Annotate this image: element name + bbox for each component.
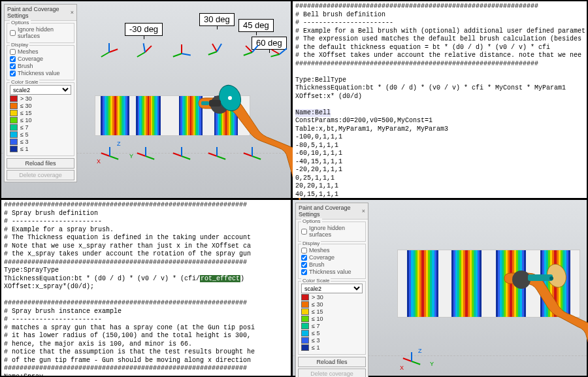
- viewport-top-left[interactable]: -30 deg 30 deg 45 deg 60 deg Y Z X: [1, 1, 291, 198]
- gizmo: [247, 146, 267, 166]
- gizmo: [105, 146, 124, 166]
- ignore-hidden-checkbox[interactable]: Ignore hidden surfaces: [301, 225, 363, 238]
- paint-stripe-2: [136, 96, 161, 135]
- paint-stripe-4: [214, 96, 238, 135]
- colorscale-select[interactable]: scale2: [10, 85, 71, 95]
- angle-label-p45: 45 deg: [238, 19, 274, 32]
- paint-stripe-3: [179, 96, 203, 135]
- axis-label-x: X: [400, 365, 404, 371]
- ignore-hidden-checkbox[interactable]: Ignore hidden surfaces: [10, 26, 71, 39]
- paint-stripe-1: [407, 250, 438, 317]
- axis-label-z: Z: [117, 140, 121, 147]
- gizmo: [104, 42, 123, 62]
- panel-header[interactable]: Paint and Coverage Settings ×: [296, 203, 368, 220]
- gizmo: [212, 42, 231, 61]
- painted-plate: [95, 95, 250, 136]
- colorscale-group: Color Scale scale2 > 30≤ 30≤ 15≤ 10≤ 7≤ …: [298, 281, 366, 355]
- axis-label-y: Y: [129, 153, 133, 159]
- colorscale-legend: > 30≤ 30≤ 15≤ 10≤ 7≤ 5≤ 3≤ 1: [301, 294, 363, 351]
- angle-label-m30: -30 deg: [125, 23, 163, 36]
- thickness-checkbox[interactable]: Thickness value: [10, 70, 71, 76]
- delete-coverage-button[interactable]: Delete coverage: [298, 369, 366, 377]
- gizmo: [176, 44, 196, 63]
- angle-label-p30: 30 deg: [199, 13, 235, 26]
- close-icon[interactable]: ×: [362, 208, 365, 214]
- bell-code[interactable]: ########################################…: [293, 1, 587, 225]
- meshes-checkbox[interactable]: Meshes: [301, 247, 363, 254]
- coverage-checkbox[interactable]: Coverage: [10, 56, 71, 62]
- world-gizmo: [406, 352, 426, 371]
- coverage-checkbox[interactable]: Coverage: [301, 254, 363, 261]
- display-group: Display Meshes Coverage Brush Thickness …: [298, 244, 366, 279]
- gizmo: [247, 42, 267, 62]
- gizmo: [140, 42, 159, 62]
- paint-settings-panel[interactable]: Paint and Coverage Settings × Options Ig…: [295, 203, 368, 377]
- paint-stripe-2: [451, 250, 482, 317]
- close-icon[interactable]: ×: [71, 9, 74, 16]
- paint-stripe-1: [101, 96, 129, 135]
- meshes-checkbox[interactable]: Meshes: [10, 48, 71, 55]
- colorscale-select[interactable]: scale2: [301, 284, 363, 293]
- gizmo: [212, 146, 231, 166]
- axis-label-z: Z: [418, 348, 422, 354]
- reload-button[interactable]: Reload files: [298, 357, 366, 367]
- spray-code[interactable]: ########################################…: [1, 200, 291, 377]
- paint-stripe-3: [496, 250, 526, 317]
- paint-stripe-4: [540, 250, 570, 317]
- thickness-checkbox[interactable]: Thickness value: [301, 269, 363, 275]
- colorscale-group: Color Scale scale2 > 30≤ 30≤ 15≤ 10≤ 7≤ …: [7, 82, 74, 156]
- gizmo: [274, 44, 294, 64]
- panel-title: Paint and Coverage Settings: [7, 6, 71, 19]
- gizmo: [176, 146, 196, 166]
- gizmo: [140, 146, 160, 166]
- brush-checkbox[interactable]: Brush: [10, 63, 71, 69]
- axis-label-y: Y: [430, 361, 434, 367]
- spray-definition-editor[interactable]: ########################################…: [1, 200, 291, 376]
- viewport-bottom-right[interactable]: Y Z X Paint and Coverage Settings × Opti…: [293, 200, 587, 376]
- bell-definition-editor[interactable]: ########################################…: [293, 1, 587, 198]
- colorscale-legend: > 30≤ 30≤ 15≤ 10≤ 7≤ 5≤ 3≤ 1: [10, 95, 71, 152]
- options-group: Options Ignore hidden surfaces: [298, 221, 366, 242]
- panel-header[interactable]: Paint and Coverage Settings ×: [5, 5, 76, 21]
- panel-title: Paint and Coverage Settings: [299, 205, 362, 218]
- paint-settings-panel[interactable]: Paint and Coverage Settings × Options Ig…: [4, 4, 77, 182]
- axis-label-x: X: [97, 158, 101, 165]
- delete-coverage-button[interactable]: Delete coverage: [7, 170, 74, 180]
- options-group: Options Ignore hidden surfaces: [7, 23, 74, 43]
- brush-checkbox[interactable]: Brush: [301, 261, 363, 268]
- display-group: Display Meshes Coverage Brush Thickness …: [7, 45, 74, 80]
- painted-plate: [397, 250, 580, 318]
- reload-button[interactable]: Reload files: [7, 158, 74, 169]
